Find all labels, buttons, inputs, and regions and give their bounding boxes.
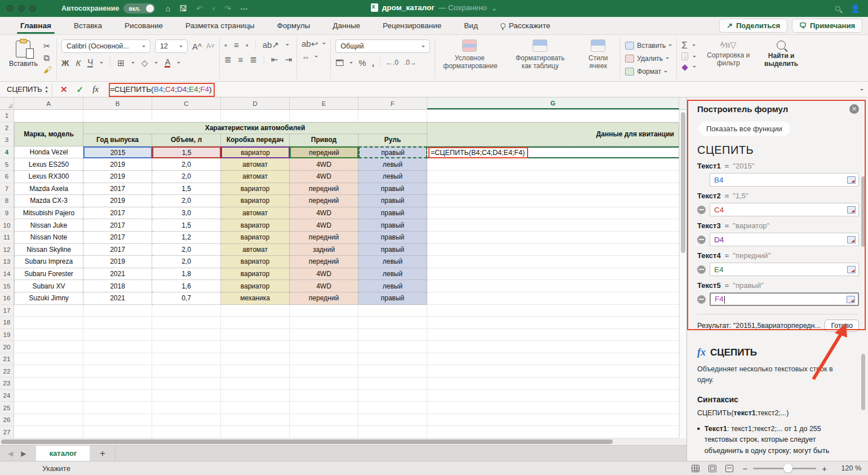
cell-F22[interactable]	[358, 365, 427, 378]
cell-E15[interactable]: 4WD	[290, 280, 358, 292]
align-middle-icon[interactable]: ≡	[234, 41, 239, 49]
autosave-toggle[interactable]: вкл.	[123, 3, 155, 14]
cell-G17[interactable]	[427, 305, 679, 317]
increase-indent-icon[interactable]: ⇥	[285, 55, 292, 64]
more-icon[interactable]: ⋯	[240, 5, 248, 12]
title-chevron-icon[interactable]: ⌄	[491, 3, 497, 12]
cell-G24[interactable]	[427, 390, 679, 402]
format-cells-button[interactable]: Формат	[625, 66, 672, 78]
document-title[interactable]: дром_каталог	[382, 3, 435, 12]
row-header-19[interactable]: 19	[0, 329, 14, 341]
range-picker-icon[interactable]	[847, 266, 856, 273]
cell-B1[interactable]	[83, 110, 152, 122]
header-cell-B3[interactable]: Год выпуска	[83, 134, 152, 147]
arg-input-C4[interactable]: C4	[710, 203, 859, 216]
cell-C5[interactable]: 2,0	[152, 158, 221, 171]
normal-view-icon[interactable]	[692, 465, 699, 472]
cell-G20[interactable]	[427, 341, 679, 353]
row-header-27[interactable]: 27	[0, 426, 14, 438]
cell-C11[interactable]: 1,2	[152, 232, 221, 244]
cell-C8[interactable]: 2,0	[152, 195, 221, 207]
format-painter-icon[interactable]: 🖌	[43, 65, 52, 74]
cell-F11[interactable]: правый	[358, 232, 427, 244]
cell-G12[interactable]	[427, 244, 679, 256]
row-header-8[interactable]: 8	[0, 195, 14, 207]
cell-G15[interactable]	[427, 280, 679, 292]
autosum-icon[interactable]: Σ	[681, 41, 688, 50]
cell-A8[interactable]: Mazda CX-3	[14, 195, 83, 207]
cell-G19[interactable]	[427, 329, 679, 341]
conditional-formatting-button[interactable]: Условное форматирование	[440, 39, 499, 70]
cell-D20[interactable]	[221, 341, 290, 353]
comma-icon[interactable]: ,	[372, 59, 374, 67]
bold-icon[interactable]: Ж	[61, 59, 69, 67]
cell-A14[interactable]: Subaru Forester	[14, 268, 83, 281]
range-picker-icon[interactable]	[847, 206, 856, 214]
cell-G5[interactable]	[427, 158, 679, 171]
cell-B13[interactable]: 2019	[83, 256, 152, 268]
row-header-10[interactable]: 10	[0, 219, 14, 232]
fill-down-icon[interactable]: ↓	[681, 52, 688, 60]
insert-cells-button[interactable]: Вставить	[625, 39, 672, 51]
cell-F17[interactable]	[358, 305, 427, 317]
show-all-functions-button[interactable]: Показать все функции	[697, 122, 790, 136]
cell-D12[interactable]: автомат	[221, 244, 290, 256]
confirm-formula-button[interactable]: ✓	[77, 85, 84, 95]
close-window-button[interactable]	[7, 5, 14, 12]
cell-D21[interactable]	[221, 353, 290, 366]
column-header-E[interactable]: E	[290, 97, 358, 109]
cut-icon[interactable]: ✂	[43, 42, 52, 50]
cell-G27[interactable]	[427, 426, 679, 438]
cell-D18[interactable]	[221, 317, 290, 329]
cell-A16[interactable]: Suzuki Jimny	[14, 292, 83, 305]
increase-decimal-icon[interactable]: ←.0	[386, 59, 398, 66]
cell-D22[interactable]	[221, 365, 290, 378]
chevron-down-icon[interactable]	[315, 56, 318, 59]
merge-center-icon[interactable]: ⇔	[302, 52, 310, 61]
number-format-select[interactable]: Общий	[335, 39, 430, 53]
column-header-D[interactable]: D	[221, 97, 290, 109]
undo-icon[interactable]: ↶	[196, 5, 203, 12]
cell-F23[interactable]	[358, 378, 427, 390]
chevron-down-icon[interactable]	[154, 62, 158, 65]
next-sheet-icon[interactable]: ▶	[21, 450, 26, 458]
cell-E14[interactable]: 4WD	[290, 268, 358, 281]
row-header-14[interactable]: 14	[0, 268, 14, 281]
cell-A18[interactable]	[14, 317, 83, 329]
cell-G16[interactable]	[427, 292, 679, 305]
cell-E18[interactable]	[290, 317, 358, 329]
cell-D10[interactable]: вариатор	[221, 219, 290, 232]
cell-G22[interactable]	[427, 365, 679, 378]
cell-G26[interactable]	[427, 414, 679, 427]
cell-B17[interactable]	[83, 305, 152, 317]
cell-G4-active[interactable]: =СЦЕПИТЬ(B4;C4;D4;E4;F4)	[427, 147, 679, 159]
cell-B24[interactable]	[83, 390, 152, 402]
cell-C15[interactable]: 1,6	[152, 280, 221, 292]
row-header-2[interactable]: 2	[0, 122, 14, 135]
arg-input-D4[interactable]: D4	[710, 233, 859, 246]
cell-C16[interactable]: 0,7	[152, 292, 221, 305]
cell-A1[interactable]	[14, 110, 83, 122]
cell-C6[interactable]: 2,0	[152, 171, 221, 183]
remove-argument-icon[interactable]	[697, 295, 706, 304]
cell-E17[interactable]	[290, 305, 358, 317]
cell-G14[interactable]	[427, 268, 679, 281]
align-left-icon[interactable]: ≣	[224, 55, 232, 64]
row-header-21[interactable]: 21	[0, 353, 14, 366]
cell-E26[interactable]	[290, 414, 358, 427]
cell-A20[interactable]	[14, 341, 83, 353]
cell-C4[interactable]: 1,5	[152, 147, 221, 159]
cell-A12[interactable]: Nissan Skyline	[14, 244, 83, 256]
row-header-13[interactable]: 13	[0, 256, 14, 268]
name-box[interactable]: СЦЕПИТЬ ▲▼	[0, 85, 52, 94]
zoom-out-icon[interactable]: −	[742, 464, 747, 473]
row-header-25[interactable]: 25	[0, 402, 14, 414]
cell-A22[interactable]	[14, 365, 83, 378]
row-header-11[interactable]: 11	[0, 232, 14, 244]
cell-A27[interactable]	[14, 426, 83, 438]
cell-D19[interactable]	[221, 329, 290, 341]
zoom-in-icon[interactable]: +	[822, 464, 827, 473]
zoom-slider[interactable]	[753, 468, 816, 469]
cell-D14[interactable]: вариатор	[221, 268, 290, 281]
search-icon[interactable]	[835, 6, 840, 11]
